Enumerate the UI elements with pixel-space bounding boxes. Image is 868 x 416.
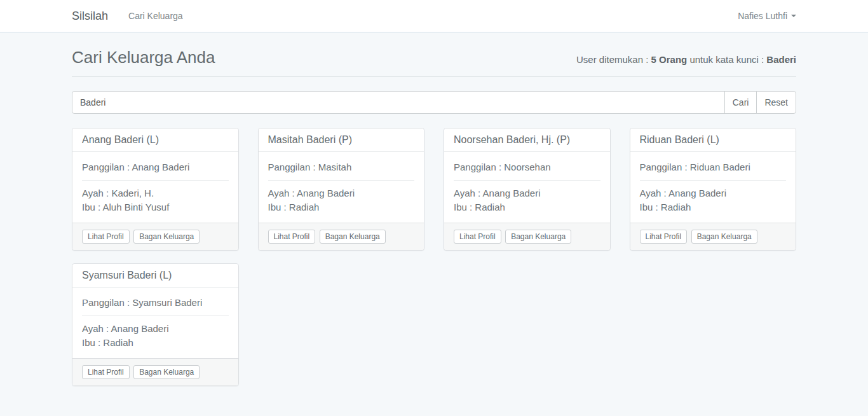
user-name: Nafies Luthfi [738,11,787,21]
person-father: Ayah : Anang Baderi [82,323,169,334]
result-summary: User ditemukan : 5 Orang untuk kata kunc… [576,54,796,65]
view-profile-button[interactable]: Lihat Profil [268,230,316,244]
search-input[interactable] [72,91,725,114]
person-nickname: Panggilan : Noorsehan [454,160,600,174]
person-card: Anang Baderi (L) Panggilan : Anang Bader… [72,128,239,251]
search-button[interactable]: Cari [724,91,757,114]
chevron-down-icon [791,15,796,17]
person-nickname: Panggilan : Riduan Baderi [640,160,787,174]
person-details: Panggilan : Riduan Baderi Ayah : Anang B… [630,152,796,223]
family-chart-button[interactable]: Bagan Keluarga [133,230,200,244]
person-mother: Ibu : Radiah [454,202,505,212]
person-mother: Ibu : Radiah [82,337,133,348]
view-profile-button[interactable]: Lihat Profil [640,230,688,244]
result-count: 5 Orang [651,54,688,65]
result-column: Syamsuri Baderi (L) Panggilan : Syamsuri… [62,263,248,399]
card-actions: Lihat Profil Bagan Keluarga [72,223,238,250]
person-details: Panggilan : Masitah Ayah : Anang BaderiI… [259,152,424,223]
result-summary-middle: untuk kata kunci : [687,54,766,65]
person-parents: Ayah : Anang BaderiIbu : Radiah [454,186,600,214]
result-column: Noorsehan Baderi, Hj. (P) Panggilan : No… [434,128,620,263]
divider [640,180,787,181]
person-details: Panggilan : Anang Baderi Ayah : Kaderi, … [72,152,238,223]
person-parents: Ayah : Kaderi, H.Ibu : Aluh Binti Yusuf [82,186,229,214]
view-profile-button[interactable]: Lihat Profil [454,230,501,244]
navbar: Silsilah Cari Keluarga Nafies Luthfi [0,0,868,32]
person-father: Ayah : Anang Baderi [640,188,727,198]
person-mother: Ibu : Radiah [268,202,320,212]
result-keyword: Baderi [766,54,796,65]
person-parents: Ayah : Anang BaderiIbu : Radiah [640,186,787,214]
result-column: Anang Baderi (L) Panggilan : Anang Bader… [62,128,248,263]
person-card: Riduan Baderi (L) Panggilan : Riduan Bad… [630,128,797,251]
divider [82,180,229,181]
person-nickname: Panggilan : Masitah [268,160,415,174]
person-card: Masitah Baderi (P) Panggilan : Masitah A… [258,128,425,251]
brand-link[interactable]: Silsilah [72,10,108,23]
person-name: Masitah Baderi (P) [259,128,424,152]
page-header: Cari Keluarga Anda User ditemukan : 5 Or… [72,48,796,77]
family-chart-button[interactable]: Bagan Keluarga [505,230,571,244]
divider [454,180,600,181]
person-father: Ayah : Anang Baderi [454,188,541,198]
person-card: Noorsehan Baderi, Hj. (P) Panggilan : No… [444,128,611,251]
user-menu[interactable]: Nafies Luthfi [738,11,796,21]
person-name: Syamsuri Baderi (L) [72,264,238,288]
person-name: Riduan Baderi (L) [630,128,796,152]
divider [268,180,415,181]
person-nickname: Panggilan : Anang Baderi [82,160,229,174]
person-card: Syamsuri Baderi (L) Panggilan : Syamsuri… [72,263,239,386]
card-actions: Lihat Profil Bagan Keluarga [72,358,238,385]
person-name: Noorsehan Baderi, Hj. (P) [444,128,610,152]
family-chart-button[interactable]: Bagan Keluarga [320,230,386,244]
main-container: Cari Keluarga Anda User ditemukan : 5 Or… [62,48,806,399]
view-profile-button[interactable]: Lihat Profil [82,365,130,379]
person-mother: Ibu : Aluh Binti Yusuf [82,202,169,212]
navbar-container: Silsilah Cari Keluarga Nafies Luthfi [62,0,806,32]
person-name: Anang Baderi (L) [72,128,238,152]
results-grid: Anang Baderi (L) Panggilan : Anang Bader… [62,128,806,399]
result-column: Riduan Baderi (L) Panggilan : Riduan Bad… [620,128,806,263]
view-profile-button[interactable]: Lihat Profil [82,230,130,244]
person-parents: Ayah : Anang BaderiIbu : Radiah [82,322,229,350]
person-nickname: Panggilan : Syamsuri Baderi [82,296,229,310]
card-actions: Lihat Profil Bagan Keluarga [630,223,796,250]
person-parents: Ayah : Anang BaderiIbu : Radiah [268,186,415,214]
person-father: Ayah : Anang Baderi [268,188,355,198]
person-mother: Ibu : Radiah [640,202,691,212]
reset-button[interactable]: Reset [756,91,796,114]
person-details: Panggilan : Syamsuri Baderi Ayah : Anang… [72,288,238,358]
page-title: Cari Keluarga Anda [72,48,215,67]
card-actions: Lihat Profil Bagan Keluarga [259,223,424,250]
card-actions: Lihat Profil Bagan Keluarga [444,223,610,250]
search-bar: Cari Reset [72,91,796,114]
result-summary-prefix: User ditemukan : [576,54,651,65]
person-details: Panggilan : Noorsehan Ayah : Anang Bader… [444,152,610,223]
family-chart-button[interactable]: Bagan Keluarga [133,365,200,379]
person-father: Ayah : Kaderi, H. [82,188,154,198]
result-column: Masitah Baderi (P) Panggilan : Masitah A… [248,128,435,263]
family-chart-button[interactable]: Bagan Keluarga [691,230,757,244]
nav-item-cari-keluarga[interactable]: Cari Keluarga [128,11,183,21]
divider [82,315,229,316]
